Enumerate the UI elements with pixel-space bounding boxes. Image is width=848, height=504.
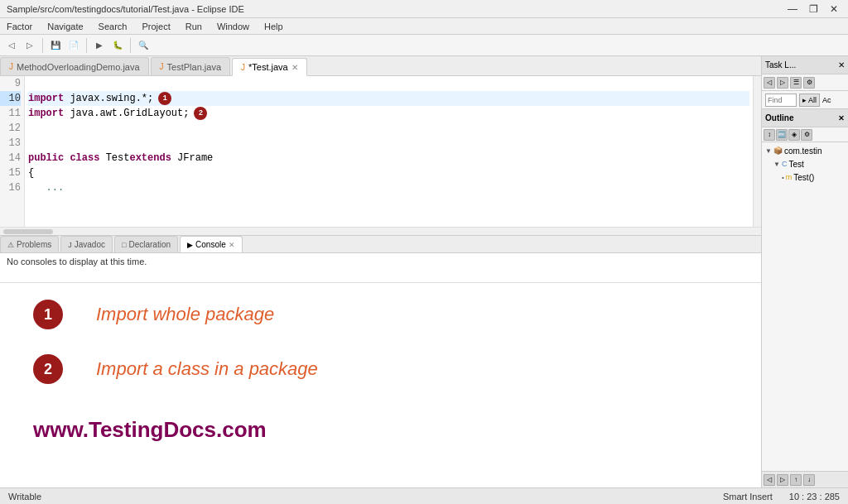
find-input[interactable] [765,94,797,107]
expand-arrow-class: ▼ [773,161,780,168]
tab-test[interactable]: J *Test.java ✕ [232,58,307,76]
outline-pkg-label: com.testin [784,146,822,156]
outline-btn-3[interactable]: ◈ [788,129,800,141]
menu-project[interactable]: Project [138,22,173,31]
code-ellipsis: ... [28,180,64,195]
kw-import-2: import [28,106,64,121]
task-btn-4[interactable]: ⚙ [803,77,815,89]
btab-javadoc[interactable]: J Javadoc [60,236,113,252]
menu-help[interactable]: Help [261,22,287,31]
toolbar-back[interactable]: ◁ [3,37,20,54]
btab-declaration[interactable]: □ Declaration [114,236,178,252]
code-line-14: public class Test extends JFrame [28,151,749,166]
toolbar-search[interactable]: 🔍 [135,37,152,54]
code-brace-open: { [28,166,34,180]
outline-nav-4[interactable]: ↓ [803,474,815,486]
code-editor[interactable]: 9 10 11 12 13 14 15 16 [0,76,761,235]
code-line-10: import javax.swing.*; 1 [28,91,749,106]
outline-btn-2[interactable]: 🔤 [776,129,788,141]
outline-toolbar: ↕ 🔤 ◈ ⚙ [762,127,848,142]
badge-2: 2 [194,107,207,120]
code-content: import javax.swing.*; 1 import java.awt.… [25,76,753,227]
outline-panel: Outline ✕ ↕ 🔤 ◈ ⚙ ▼ 📦 com.testin [762,109,848,471]
menu-run[interactable]: Run [182,22,205,31]
code-text-1: javax.swing.*; [70,91,153,106]
outline-btn-1[interactable]: ↕ [764,129,775,141]
editor-scrollbar[interactable] [753,76,761,227]
menu-search[interactable]: Search [95,22,131,31]
task-panel-header: Task L... ✕ [762,56,848,74]
menu-window[interactable]: Window [214,22,253,31]
task-panel-controls[interactable]: ✕ [838,60,845,70]
editor-and-right: J MethodOverloadingDemo.java J TestPlan.… [0,56,848,487]
task-btn-1[interactable]: ◁ [764,77,775,89]
window-controls[interactable]: — ❐ ✕ [784,3,841,15]
problems-icon: ⚠ [7,241,14,249]
editor-content: 9 10 11 12 13 14 15 16 [0,76,761,227]
outline-nav-btns[interactable]: ◁ ▷ ↑ ↓ [764,474,815,486]
toolbar-save[interactable]: 💾 [47,37,64,54]
tab-label-3: *Test.java [248,62,288,72]
menu-factor[interactable]: Factor [3,22,36,31]
expand-arrow-pkg: ▼ [765,147,772,155]
teach-badge-num-1: 1 [44,306,52,324]
window-title: Sample/src/com/testingdocs/tutorial/Test… [7,4,244,14]
code-line-11: import java.awt.GridLayout; 2 [28,106,749,121]
btab-label-problems: Problems [17,240,51,249]
method-icon: m [786,173,793,181]
line-numbers: 9 10 11 12 13 14 15 16 [0,76,25,227]
toolbar-debug[interactable]: 🐛 [109,37,126,54]
close-button[interactable]: ✕ [826,3,841,15]
outline-item-method[interactable]: • m Test() [765,170,845,184]
outline-btn-4[interactable]: ⚙ [801,129,812,141]
teach-badge-1: 1 [33,300,63,329]
btab-problems[interactable]: ⚠ Problems [0,236,59,252]
outline-item-class[interactable]: ▼ C Test [765,157,845,170]
line-num-10: 10 [0,91,21,106]
find-ac-label: Ac [822,96,831,104]
right-panel: Task L... ✕ ◁ ▷ ☰ ⚙ ▸ All Ac Outline ✕ [761,56,848,487]
find-bar: ▸ All Ac [762,91,848,109]
outline-bottom-bar: ◁ ▷ ↑ ↓ [762,471,848,487]
status-mode: Writable [8,492,41,502]
btab-console[interactable]: ▶ Console ✕ [180,236,243,252]
line-num-16: 16 [0,180,21,195]
title-bar: Sample/src/com/testingdocs/tutorial/Test… [0,0,848,18]
find-all-button[interactable]: ▸ All [799,94,820,107]
class-icon: C [782,160,788,168]
code-line-15: { [28,166,749,180]
minimize-button[interactable]: — [784,3,801,15]
class-name: Test [106,151,130,166]
teaching-row-1: 1 Import whole package [33,300,274,329]
task-btn-3[interactable]: ☰ [790,77,802,89]
menu-navigate[interactable]: Navigate [44,22,86,31]
btab-close-console[interactable]: ✕ [229,241,235,249]
outline-nav-3[interactable]: ↑ [790,474,802,486]
hscroll-thumb[interactable] [3,229,53,234]
outline-header: Outline ✕ [762,109,848,127]
javadoc-icon: J [68,241,72,249]
outline-label: Outline [765,113,793,122]
kw-public: public [28,151,64,166]
menu-bar: Factor Navigate Search Project Run Windo… [0,18,848,35]
outline-controls[interactable]: ✕ [838,114,845,122]
task-btn-2[interactable]: ▷ [777,77,788,89]
tab-testplan[interactable]: J TestPlan.java [151,57,230,75]
btab-label-javadoc: Javadoc [75,240,105,249]
outline-nav-2[interactable]: ▷ [777,474,788,486]
outline-item-package[interactable]: ▼ 📦 com.testin [765,144,845,157]
package-icon: 📦 [773,146,783,155]
tab-methodoverloading[interactable]: J MethodOverloadingDemo.java [0,57,149,75]
maximize-button[interactable]: ❐ [806,3,822,15]
toolbar-fwd[interactable]: ▷ [22,37,38,54]
toolbar-new[interactable]: 📄 [65,37,82,54]
console-output: No consoles to display at this time. [0,253,761,283]
status-insert: Smart Insert [723,492,773,502]
tab-close-3[interactable]: ✕ [292,63,298,72]
toolbar-sep-3 [130,38,131,53]
tab-java-icon-3: J [241,63,245,72]
toolbar-run[interactable]: ▶ [91,37,108,54]
line-num-9: 9 [0,76,21,91]
outline-nav-1[interactable]: ◁ [764,474,775,486]
editor-hscroll[interactable] [0,227,761,235]
